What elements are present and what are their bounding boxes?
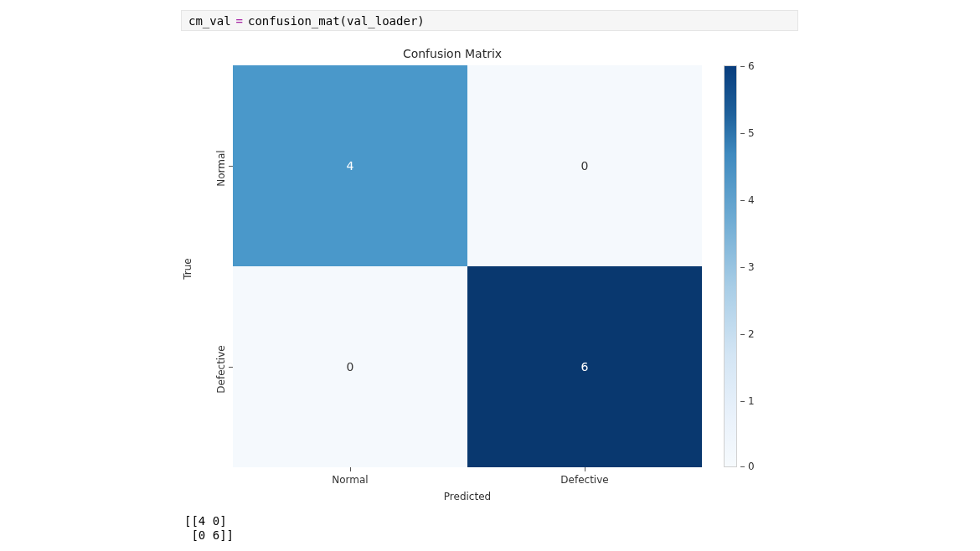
xtick-normal: Normal	[332, 474, 368, 486]
xtick-dash	[350, 467, 351, 471]
heatmap-grid: 4 0 0 6	[233, 65, 702, 467]
colorbar-tick-0: 0	[740, 461, 762, 472]
xtick-defective: Defective	[560, 474, 608, 486]
x-axis-label: Predicted	[426, 491, 509, 502]
colorbar-tick-6: 6	[740, 60, 762, 72]
page: cm_val = confusion_mat(val_loader) Confu…	[0, 0, 980, 551]
colorbar-tick-5: 5	[740, 127, 762, 139]
cell-defective-normal: 0	[233, 266, 467, 467]
code-token-operator: =	[231, 14, 248, 28]
code-token-call: confusion_mat(val_loader)	[248, 14, 425, 28]
cell-normal-defective: 0	[467, 65, 702, 266]
colorbar-tick-4: 4	[740, 194, 762, 206]
ytick-dash	[229, 367, 233, 368]
ytick-dash	[229, 166, 233, 167]
confusion-matrix-chart: Confusion Matrix 4 0 0 6 Normal Defectiv…	[201, 47, 771, 503]
chart-title: Confusion Matrix	[201, 47, 704, 60]
code-cell[interactable]: cm_val = confusion_mat(val_loader)	[181, 10, 798, 31]
colorbar	[724, 65, 737, 467]
colorbar-tick-2: 2	[740, 328, 762, 340]
ytick-defective: Defective	[215, 336, 227, 403]
stdout-output: [[4 0] [0 6]]	[184, 514, 234, 543]
ytick-normal: Normal	[215, 135, 227, 202]
colorbar-ticks: 6 5 4 3 2 1 0	[740, 65, 762, 467]
cell-normal-normal: 4	[233, 65, 467, 266]
colorbar-tick-3: 3	[740, 261, 762, 273]
xtick-dash	[585, 467, 585, 471]
code-token-variable: cm_val	[188, 14, 231, 28]
y-axis-label: True	[182, 244, 193, 294]
cell-defective-defective: 6	[467, 266, 702, 467]
colorbar-tick-1: 1	[740, 395, 762, 407]
colorbar-gradient	[724, 65, 737, 467]
